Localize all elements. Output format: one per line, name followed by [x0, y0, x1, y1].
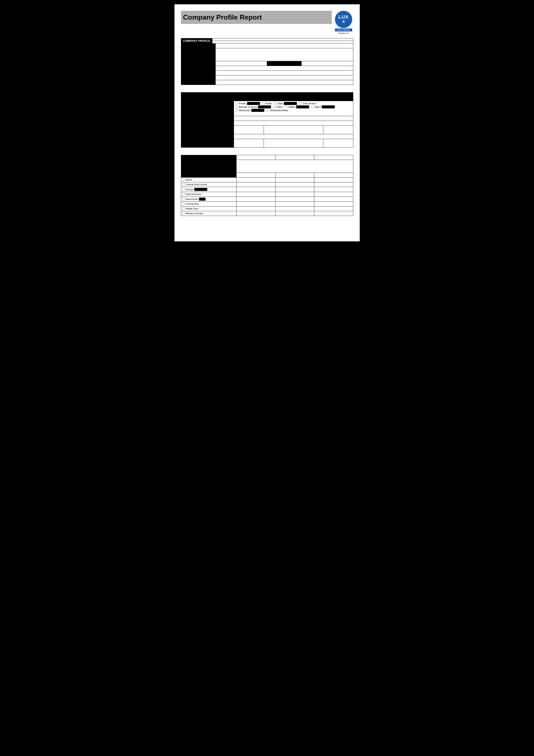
- checkbox-maker: Maker: [285, 105, 309, 108]
- value-cell: [275, 202, 314, 206]
- value-cell: [237, 206, 275, 211]
- dark-cell: [323, 93, 353, 101]
- title-box: Company Profile Report: [181, 11, 332, 24]
- checkbox-europe-label: Europe: [186, 188, 193, 191]
- region-ap-cell: Asia-Pacific: [181, 197, 237, 202]
- value-cell: [275, 192, 314, 197]
- value-cell: [234, 121, 353, 126]
- ownership-row: Private Public State Joint Ventur: [181, 101, 353, 116]
- checkbox-na-input[interactable]: [183, 193, 185, 196]
- region-we-cell: Western Europe: [181, 211, 237, 216]
- markets-table: Africa Central East Europe: [181, 155, 353, 216]
- checkbox-wholesaler-maker: Wholesaler/Make: [267, 109, 288, 112]
- value-cell: [275, 182, 314, 187]
- label-cell: [181, 93, 234, 101]
- checkbox-private-input[interactable]: [235, 102, 238, 105]
- value-cell: [237, 173, 275, 177]
- checkbox-europe-input[interactable]: [183, 188, 185, 191]
- checkbox-agent-input[interactable]: [311, 106, 314, 108]
- checkbox-wholesaler: Wholesaler: [235, 109, 264, 112]
- label-cell: [181, 134, 234, 139]
- value-cell: [216, 43, 353, 48]
- region-ca-cell: Central Asia: [181, 202, 237, 206]
- checkbox-ap-label: Asia-Pacific: [186, 198, 198, 201]
- region-africa-cell: Africa: [181, 177, 237, 182]
- table-row: [181, 116, 353, 121]
- value-cell: [237, 155, 275, 160]
- checkbox-wholesaler-input[interactable]: [235, 109, 238, 112]
- table-row: [181, 160, 353, 173]
- checkbox-ap-input[interactable]: [183, 198, 185, 201]
- checkbox-wm-input[interactable]: [267, 109, 269, 112]
- region-row-africa: Africa: [181, 177, 353, 182]
- value-cell: [237, 197, 275, 202]
- value-cell: [314, 211, 353, 216]
- value-cell: [264, 139, 323, 148]
- region-row-middle-east: Middle East: [181, 206, 353, 211]
- label-cell: [181, 75, 216, 80]
- checkbox-public-input[interactable]: [262, 102, 265, 105]
- checkbox-maker-label: Maker: [289, 106, 295, 108]
- value-cell: [275, 155, 314, 160]
- value-cell: [237, 202, 275, 206]
- checkbox-agent: Agent: [311, 105, 335, 108]
- logo-circle: LUX ✕: [335, 11, 352, 28]
- table-row: [181, 66, 353, 71]
- value-cell: [323, 139, 353, 148]
- checkbox-wholesaler-label: Wholesaler: [239, 109, 250, 112]
- checkbox-btg-input[interactable]: [235, 106, 238, 108]
- checkbox-me-input[interactable]: [183, 207, 185, 210]
- members-of-text: Members of: [339, 32, 349, 34]
- label-cell: [181, 126, 234, 134]
- label-cell: [181, 71, 216, 75]
- checkbox-europe: Europe: [183, 188, 193, 191]
- region-cee-cell: Central East Europe: [181, 182, 237, 187]
- checkbox-maker-input[interactable]: [285, 106, 288, 108]
- label-cell: [181, 80, 216, 85]
- checkbox-asia-pacific: Asia-Pacific: [183, 198, 198, 201]
- value-cell: [314, 206, 353, 211]
- label-cell: [181, 61, 216, 66]
- value-cell: [323, 126, 353, 134]
- agent-input-field: [322, 105, 335, 108]
- value-cell: [237, 211, 275, 216]
- value-cell: [216, 80, 353, 85]
- checkbox-na-label: North America: [186, 193, 201, 196]
- region-row-europe: Europe: [181, 187, 353, 192]
- checkbox-other-input[interactable]: [273, 106, 276, 108]
- checkbox-africa-input[interactable]: [183, 178, 185, 181]
- label-cell: [181, 160, 237, 173]
- checkbox-jv-label: Joint Venture: [302, 102, 316, 105]
- checkbox-public-label: Public: [266, 102, 272, 105]
- value-cell: [314, 173, 353, 177]
- checkbox-jv-input[interactable]: [299, 102, 302, 105]
- checkbox-ca-input[interactable]: [183, 202, 185, 205]
- checkbox-cee-input[interactable]: [183, 183, 185, 186]
- checkbox-belongs-to-group: Belongs to Group: [235, 105, 271, 108]
- value-cell: [314, 177, 353, 182]
- label-cell: [267, 61, 302, 66]
- region-me-cell: Middle East: [181, 206, 237, 211]
- label-cell: [181, 173, 237, 177]
- value-cell: [216, 48, 353, 61]
- value-cell: [216, 71, 353, 75]
- checkbox-cee-label: Central East Europe: [186, 183, 207, 186]
- value-cell: [234, 134, 353, 139]
- value-cell: [275, 211, 314, 216]
- value-cell: [302, 61, 353, 66]
- value-cell: [314, 197, 353, 202]
- checkbox-we-input[interactable]: [183, 212, 185, 215]
- region-row-central-asia: Central Asia: [181, 202, 353, 206]
- label-cell: [181, 155, 237, 160]
- btg-input-field: [258, 105, 271, 108]
- checkbox-joint-venture: Joint Venture: [299, 102, 316, 105]
- label-cell: [181, 139, 234, 148]
- table-row: [181, 126, 353, 134]
- value-cell: [237, 187, 275, 192]
- page: Company Profile Report LUX ✕ LUX-TOOLS M…: [174, 4, 360, 241]
- checkbox-africa-label: Africa: [186, 178, 192, 181]
- value-cell: [234, 126, 264, 134]
- label-cell: [181, 48, 216, 61]
- checkbox-state-input[interactable]: [274, 102, 277, 105]
- checkbox-ca-label: Central Asia: [186, 202, 199, 205]
